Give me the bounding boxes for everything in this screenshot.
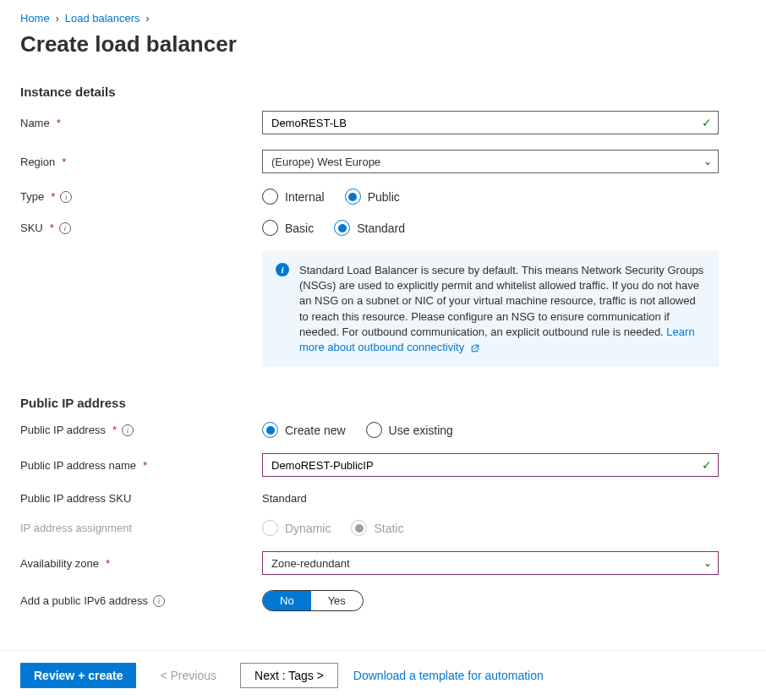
public-ip-label: Public IP address* i — [20, 424, 262, 436]
region-select[interactable]: (Europe) West Europe — [262, 150, 719, 173]
pip-use-existing-radio[interactable]: Use existing — [366, 422, 453, 438]
info-icon[interactable]: i — [60, 191, 72, 203]
public-ip-heading: Public IP address — [20, 396, 746, 410]
ipv6-no[interactable]: No — [263, 591, 311, 610]
assign-dynamic-radio: Dynamic — [262, 520, 331, 536]
breadcrumb: Home › Load balancers › — [20, 12, 746, 25]
type-internal-radio[interactable]: Internal — [262, 189, 325, 205]
info-icon[interactable]: i — [59, 222, 71, 234]
breadcrumb-home[interactable]: Home — [20, 12, 50, 25]
instance-details-heading: Instance details — [20, 85, 746, 99]
previous-button: < Previous — [151, 663, 225, 688]
pip-create-new-radio[interactable]: Create new — [262, 422, 346, 438]
info-icon[interactable]: i — [153, 595, 165, 607]
chevron-right-icon: › — [146, 13, 150, 25]
download-template-link[interactable]: Download a template for automation — [353, 669, 544, 682]
ipv6-yes[interactable]: Yes — [311, 591, 363, 610]
checkmark-icon: ✓ — [702, 116, 712, 129]
info-message-text: Standard Load Balancer is secure by defa… — [299, 264, 703, 338]
next-tags-button[interactable]: Next : Tags > — [240, 663, 338, 688]
public-ip-name-input[interactable] — [262, 453, 719, 477]
region-label: Region* — [20, 156, 262, 168]
sku-standard-radio[interactable]: Standard — [334, 220, 405, 236]
assign-static-radio: Static — [351, 520, 403, 536]
checkmark-icon: ✓ — [702, 458, 712, 472]
public-ip-name-label: Public IP address name* — [20, 459, 262, 472]
chevron-right-icon: › — [56, 13, 59, 25]
type-public-radio[interactable]: Public — [345, 189, 400, 205]
availability-zone-select[interactable]: Zone-redundant — [262, 551, 719, 575]
page-title: Create load balancer — [20, 31, 746, 57]
breadcrumb-load-balancers[interactable]: Load balancers — [65, 12, 140, 25]
name-input[interactable] — [262, 111, 719, 134]
review-create-button[interactable]: Review + create — [20, 663, 136, 688]
public-ip-sku-label: Public IP address SKU — [20, 492, 262, 505]
ipv6-label: Add a public IPv6 address i — [20, 594, 262, 607]
type-label: Type* i — [20, 190, 262, 203]
wizard-footer: Review + create < Previous Next : Tags >… — [0, 650, 766, 700]
sku-label: SKU* i — [20, 221, 262, 234]
public-ip-sku-value: Standard — [262, 492, 719, 505]
info-icon[interactable]: i — [122, 424, 134, 436]
info-icon: i — [276, 263, 289, 276]
ipv6-toggle[interactable]: No Yes — [262, 590, 364, 611]
sku-info-message: i Standard Load Balancer is secure by de… — [262, 251, 719, 367]
ip-assignment-label: IP address assignment — [20, 522, 262, 534]
external-link-icon — [470, 343, 480, 353]
sku-basic-radio[interactable]: Basic — [262, 220, 314, 236]
name-label: Name* — [20, 117, 262, 129]
availability-zone-label: Availability zone* — [20, 557, 262, 570]
